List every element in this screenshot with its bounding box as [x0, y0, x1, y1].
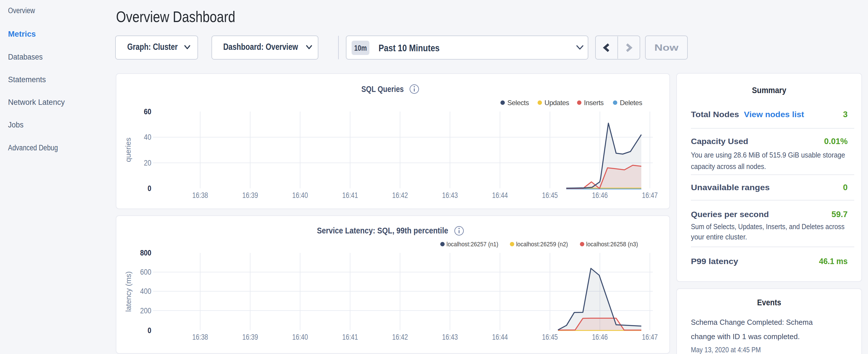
svg-text:20: 20: [144, 159, 151, 167]
svg-text:60: 60: [144, 107, 151, 116]
svg-text:Summary: Summary: [752, 86, 786, 95]
svg-text:Queries per second: Queries per second: [691, 210, 769, 219]
svg-text:Service Latency: SQL, 99th per: Service Latency: SQL, 99th percentile: [317, 226, 448, 235]
svg-text:localhost:26257 (n1): localhost:26257 (n1): [446, 240, 498, 248]
svg-text:40: 40: [144, 133, 151, 141]
svg-text:Dashboard: Overview: Dashboard: Overview: [223, 41, 298, 52]
svg-text:16:42: 16:42: [392, 333, 408, 342]
svg-text:16:38: 16:38: [192, 333, 208, 342]
svg-text:16:40: 16:40: [292, 191, 308, 200]
svg-text:600: 600: [140, 268, 151, 277]
svg-text:P99 latency: P99 latency: [691, 257, 738, 266]
svg-text:Unavailable ranges: Unavailable ranges: [691, 183, 770, 192]
svg-text:queries: queries: [124, 137, 132, 162]
svg-text:localhost:26258 (n3): localhost:26258 (n3): [586, 240, 638, 248]
svg-text:Events: Events: [757, 298, 781, 307]
svg-text:Schema Change Completed: Schem: Schema Change Completed: Schema: [691, 318, 813, 326]
svg-text:400: 400: [140, 287, 151, 296]
svg-text:16:45: 16:45: [542, 333, 558, 342]
svg-text:16:38: 16:38: [192, 191, 208, 200]
svg-text:You are using 28.6 MiB of 515.: You are using 28.6 MiB of 515.9 GiB usab…: [691, 151, 845, 159]
svg-text:your entire cluster.: your entire cluster.: [691, 232, 747, 241]
svg-text:Network Latency: Network Latency: [8, 98, 65, 106]
svg-text:May 13, 2020 at 4:45 PM: May 13, 2020 at 4:45 PM: [691, 346, 761, 354]
svg-text:Now: Now: [654, 43, 679, 53]
svg-text:Past 10 Minutes: Past 10 Minutes: [378, 43, 440, 53]
svg-text:16:43: 16:43: [442, 333, 458, 342]
svg-text:0: 0: [148, 184, 151, 193]
svg-text:Overview Dashboard: Overview Dashboard: [116, 8, 235, 25]
svg-text:16:41: 16:41: [342, 191, 358, 200]
svg-text:0: 0: [843, 183, 848, 192]
svg-text:16:39: 16:39: [242, 191, 258, 200]
svg-text:Capacity Used: Capacity Used: [691, 137, 748, 146]
svg-text:change with ID 1 was completed: change with ID 1 was completed.: [691, 332, 800, 341]
svg-text:59.7: 59.7: [832, 210, 848, 219]
svg-text:Jobs: Jobs: [8, 121, 24, 129]
svg-text:Sum of Selects, Updates, Inser: Sum of Selects, Updates, Inserts, and De…: [691, 222, 844, 231]
svg-text:3: 3: [843, 110, 848, 119]
svg-text:16:47: 16:47: [642, 333, 658, 342]
svg-text:0: 0: [148, 326, 151, 335]
svg-text:Updates: Updates: [545, 99, 569, 106]
svg-text:Inserts: Inserts: [584, 99, 604, 106]
svg-text:Selects: Selects: [507, 99, 529, 106]
svg-text:16:41: 16:41: [342, 333, 358, 342]
svg-text:16:44: 16:44: [492, 191, 508, 200]
svg-text:16:39: 16:39: [242, 333, 258, 342]
svg-text:SQL Queries: SQL Queries: [361, 85, 404, 94]
svg-text:localhost:26259 (n2): localhost:26259 (n2): [516, 240, 568, 248]
svg-text:Graph: Cluster: Graph: Cluster: [127, 41, 178, 52]
svg-text:Total Nodes: Total Nodes: [691, 110, 739, 119]
svg-text:Statements: Statements: [8, 75, 46, 84]
svg-text:16:42: 16:42: [392, 191, 408, 200]
svg-text:200: 200: [140, 307, 151, 315]
svg-text:View nodes list: View nodes list: [744, 110, 804, 119]
svg-text:0.01%: 0.01%: [824, 137, 848, 146]
svg-text:800: 800: [140, 249, 151, 257]
svg-text:capacity across all nodes.: capacity across all nodes.: [691, 162, 766, 171]
svg-text:46.1 ms: 46.1 ms: [819, 257, 848, 266]
svg-text:Advanced Debug: Advanced Debug: [8, 143, 58, 152]
svg-text:16:46: 16:46: [592, 191, 608, 200]
svg-text:16:45: 16:45: [542, 191, 558, 200]
svg-text:Deletes: Deletes: [620, 99, 642, 106]
svg-text:Databases: Databases: [8, 53, 43, 61]
svg-text:latency (ms): latency (ms): [124, 271, 133, 312]
svg-text:16:47: 16:47: [642, 191, 658, 200]
svg-text:16:40: 16:40: [292, 333, 308, 342]
svg-text:Overview: Overview: [8, 6, 35, 15]
svg-text:16:46: 16:46: [592, 333, 608, 342]
svg-text:Metrics: Metrics: [8, 30, 36, 38]
svg-text:16:44: 16:44: [492, 333, 508, 342]
svg-text:16:43: 16:43: [442, 191, 458, 200]
svg-text:10m: 10m: [354, 44, 367, 53]
